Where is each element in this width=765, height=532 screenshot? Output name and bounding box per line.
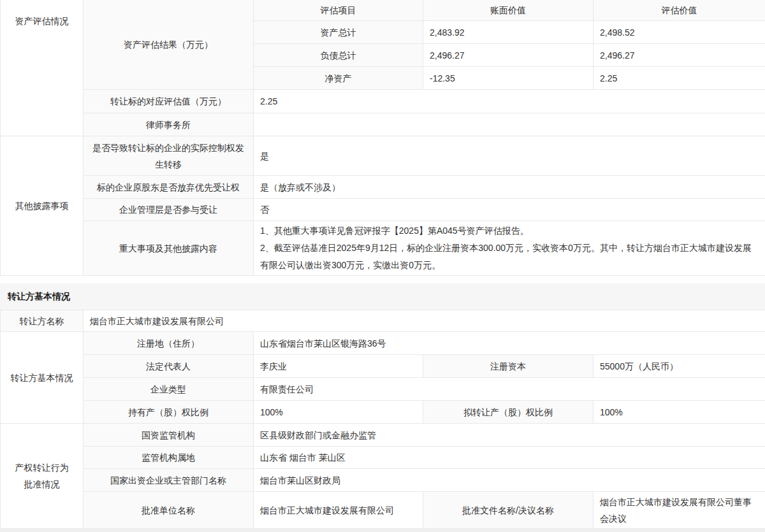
field-label-management-participation: 企业管理层是否参与受让 — [84, 199, 254, 221]
field-label-registered-address: 注册地（住所） — [84, 332, 254, 355]
field-value-held-equity-ratio: 100% — [254, 401, 423, 424]
field-label-approval-document: 批准文件名称/决议名称 — [423, 492, 594, 529]
assessed-value-total-assets: 2,498.52 — [594, 21, 765, 44]
field-label-preemptive-right-waiver: 标的企业原股东是否放弃优先受让权 — [84, 176, 254, 199]
field-label-transfer-equity-ratio: 拟转让产（股）权比例 — [423, 401, 594, 424]
field-value-legal-representative: 李庆业 — [254, 355, 423, 378]
field-label-control-transfer: 是否导致转让标的企业的实际控制权发生转移 — [84, 136, 254, 176]
field-label-target-assessed-value: 转让标的对应评估值（万元） — [84, 90, 254, 113]
assessment-item-total-assets: 资产总计 — [254, 21, 423, 44]
field-value-law-firm — [254, 113, 765, 136]
column-header-assessed-value: 评估价值 — [594, 0, 765, 21]
section-header-transferor-basic-info: 转让方基本情况 — [0, 284, 765, 310]
assessment-item-net-assets: 净资产 — [254, 67, 423, 90]
field-value-supervision-agency: 区县级财政部门或金融办监管 — [254, 424, 765, 447]
section-label-other-disclosures: 其他披露事项 — [1, 136, 84, 276]
field-label-registered-capital: 注册资本 — [423, 355, 594, 378]
field-label-agency-location: 监管机构属地 — [84, 447, 254, 469]
column-header-assessment-item: 评估项目 — [254, 0, 423, 21]
field-value-preemptive-right-waiver: 是（放弃或不涉及） — [254, 176, 765, 199]
field-label-legal-representative: 法定代表人 — [84, 355, 254, 378]
field-label-law-firm: 律师事务所 — [84, 113, 254, 136]
section-label-asset-evaluation: 资产评估情况 — [1, 0, 84, 136]
field-value-approval-unit: 烟台市正大城市建设发展有限公司 — [254, 492, 423, 529]
field-label-assessment-result: 资产评估结果（万元） — [84, 0, 254, 90]
field-label-held-equity-ratio: 持有产（股）权比例 — [84, 401, 254, 424]
major-matters-line-2: 2、截至评估基准日2025年9月12日，标的企业注册资本300.00万元，实收资… — [260, 240, 759, 274]
field-value-transfer-equity-ratio: 100% — [594, 401, 765, 424]
field-label-state-funded-enterprise: 国家出资企业或主管部门名称 — [84, 469, 254, 492]
field-label-transferor-name: 转让方名称 — [1, 310, 84, 332]
field-value-enterprise-type: 有限责任公司 — [254, 378, 765, 401]
assessed-value-total-liabilities: 2,496.27 — [594, 44, 765, 67]
field-value-registered-capital: 55000万（人民币） — [594, 355, 765, 378]
field-label-approval-unit: 批准单位名称 — [84, 492, 254, 529]
book-value-total-assets: 2,483.92 — [423, 21, 594, 44]
assessment-item-total-liabilities: 负债总计 — [254, 44, 423, 67]
transferor-info-table: 转让方名称 烟台市正大城市建设发展有限公司 转让方基本情况 产权转让行为 批准情… — [0, 310, 765, 529]
field-value-control-transfer: 是 — [254, 136, 765, 176]
field-value-registered-address: 山东省烟台市莱山区银海路36号 — [254, 332, 765, 355]
column-header-book-value: 账面价值 — [423, 0, 594, 21]
section-label-transferor-basic-info: 转让方基本情况 — [1, 332, 84, 424]
field-value-major-matters: 1、其他重大事项详见鲁冠评报字【2025】第A045号资产评估报告。 2、截至评… — [254, 221, 765, 276]
section-label-transfer-approval: 产权转让行为 批准情况 — [1, 424, 84, 529]
field-value-management-participation: 否 — [254, 199, 765, 221]
field-value-agency-location: 山东省 烟台市 莱山区 — [254, 447, 765, 469]
assessed-value-net-assets: 2.25 — [594, 67, 765, 90]
book-value-total-liabilities: 2,496.27 — [423, 44, 594, 67]
field-value-approval-document: 烟台市正大城市建设发展有限公司董事会决议 — [594, 492, 765, 529]
major-matters-line-1: 1、其他重大事项详见鲁冠评报字【2025】第A045号资产评估报告。 — [260, 222, 529, 240]
book-value-net-assets: -12.35 — [423, 67, 594, 90]
field-label-supervision-agency: 国资监管机构 — [84, 424, 254, 447]
field-label-major-matters: 重大事项及其他披露内容 — [84, 221, 254, 276]
field-value-transferor-name: 烟台市正大城市建设发展有限公司 — [84, 310, 765, 332]
field-value-target-assessed-value: 2.25 — [254, 90, 765, 113]
field-label-enterprise-type: 企业类型 — [84, 378, 254, 401]
asset-evaluation-table: 资产评估情况 其他披露事项 资产评估结果（万元） 评估项目 账面价值 评估价值 … — [0, 0, 765, 276]
field-value-state-funded-enterprise: 烟台市莱山区财政局 — [254, 469, 765, 492]
disclosure-page: 资产评估情况 其他披露事项 资产评估结果（万元） 评估项目 账面价值 评估价值 … — [0, 0, 765, 529]
table-separator — [0, 276, 765, 284]
